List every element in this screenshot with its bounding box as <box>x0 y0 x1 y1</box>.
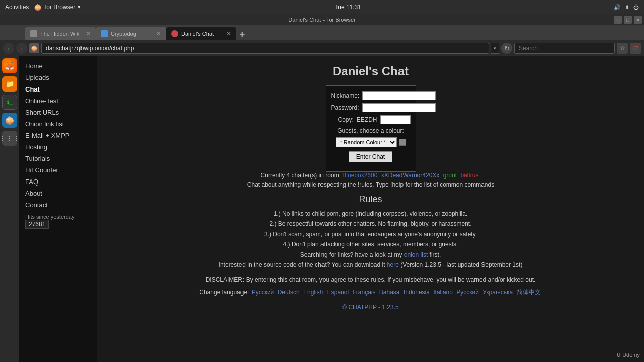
rule-3: 3.) Don't scam, spam, or post info that … <box>105 229 636 239</box>
tab-favicon-daniels-chat <box>171 30 178 37</box>
chatter-deadwarrior[interactable]: xXDeadWarrior420Xx <box>381 172 440 179</box>
power-icon[interactable]: ⏻ <box>633 4 639 10</box>
tab-cryptodog[interactable]: Cryptodog ✕ <box>96 27 166 40</box>
security-icon: 🧅 <box>29 43 39 53</box>
colour-section: Guests, choose a colour: <box>331 127 411 134</box>
sidebar-item-hit-counter[interactable]: Hit Counter <box>19 164 97 176</box>
colour-select-row: * Random Colour * <box>331 137 411 147</box>
chatter-bluebox[interactable]: Bluebox2600 <box>342 172 377 179</box>
tor-icon[interactable]: 🧅 <box>2 113 17 128</box>
tab-close-hidden-wiki[interactable]: ✕ <box>86 30 91 37</box>
browser-title: Daniel's Chat - Tor Browser <box>288 17 355 23</box>
lang-chinese[interactable]: 简体中文 <box>517 289 541 296</box>
sidebar-item-onion-link-list[interactable]: Onion link list <box>19 118 97 130</box>
tab-close-cryptodog[interactable]: ✕ <box>156 30 161 37</box>
os-sidebar: 🦊 📁 $_ 🧅 ⋮⋮⋮ <box>0 56 19 362</box>
hits-count: 27681 <box>25 220 49 229</box>
forward-button[interactable]: › <box>16 43 27 54</box>
tab-hidden-wiki[interactable]: The Hidden Wiki ✕ <box>25 27 96 40</box>
back-button[interactable]: ‹ <box>3 43 14 54</box>
sidebar-item-short-urls[interactable]: Short URLs <box>19 107 97 118</box>
chat-form-box: Nickname: Password: Copy: EEZDH Guests, … <box>326 85 416 172</box>
lang-bahasa[interactable]: Bahasa <box>379 289 400 296</box>
source-link[interactable]: here <box>387 261 399 268</box>
os-topbar-right: 🔊 ⬆ ⏻ <box>614 4 639 11</box>
apps-icon[interactable]: ⋮⋮⋮ <box>2 131 17 146</box>
colour-preview <box>399 139 406 146</box>
chat-info: Chat about anything while respecting the… <box>105 181 636 188</box>
udemy-label: Udemy <box>622 352 640 358</box>
tor-browser-label: 🧅 Tor Browser ▼ <box>34 4 82 11</box>
captcha-row: Copy: EEZDH <box>331 115 411 124</box>
sidebar-item-hosting[interactable]: Hosting <box>19 141 97 153</box>
tab-label-daniels-chat: Daniel's Chat <box>181 31 214 37</box>
shield-icon[interactable]: 🛡 <box>630 43 641 54</box>
sidebar-item-about[interactable]: About <box>19 188 97 199</box>
lang-русский2[interactable]: Русский <box>456 289 479 296</box>
lang-italiano[interactable]: Italiano <box>433 289 453 296</box>
network-icon[interactable]: ⬆ <box>625 4 629 11</box>
colour-select[interactable]: * Random Colour * <box>336 137 397 147</box>
sidebar-item-faq[interactable]: FAQ <box>19 176 97 188</box>
lang-ukrainska[interactable]: Українська <box>482 289 513 296</box>
lang-espanol[interactable]: Español <box>327 289 349 296</box>
nickname-input[interactable] <box>362 91 436 100</box>
captcha-input[interactable] <box>380 115 411 124</box>
captcha-value: EEZDH <box>357 116 377 123</box>
rules-section: Rules 1.) No links to child porn, gore (… <box>105 194 636 270</box>
password-label: Password: <box>331 104 362 111</box>
enter-chat-button[interactable]: Enter Chat <box>349 151 392 162</box>
sidebar-item-uploads[interactable]: Uploads <box>19 72 97 83</box>
lang-indonesia[interactable]: Indonesia <box>404 289 430 296</box>
search-input[interactable] <box>514 43 615 54</box>
source-line: Interested in the source code of the cha… <box>105 260 636 270</box>
onion-list-link[interactable]: onion list <box>404 251 428 258</box>
language-label: Change language: <box>199 289 249 296</box>
bookmark-star-icon[interactable]: ☆ <box>617 43 628 54</box>
firefox-icon[interactable]: 🦊 <box>2 58 17 73</box>
tab-close-daniels-chat[interactable]: ✕ <box>226 30 231 37</box>
files-icon[interactable]: 📁 <box>2 76 17 92</box>
tab-favicon-cryptodog <box>101 30 108 37</box>
search-line: Searching for links? have a look at my o… <box>105 250 636 260</box>
chevron-down-icon[interactable]: ▼ <box>77 5 82 10</box>
new-tab-button[interactable]: + <box>236 30 248 40</box>
lang-russian[interactable]: Русский <box>252 289 274 296</box>
password-input[interactable] <box>362 103 436 112</box>
lang-deutsch[interactable]: Deutsch <box>278 289 300 296</box>
copy-label: Copy: <box>331 116 357 123</box>
rule-4: 4.) Don't plan attacking other sites, se… <box>105 239 636 249</box>
sidebar-item-home[interactable]: Home <box>19 60 97 72</box>
terminal-icon[interactable]: $_ <box>2 95 17 110</box>
browser-addressbar: ‹ › 🧅 ▾ ↻ ☆ 🛡 <box>0 40 644 56</box>
tab-daniels-chat[interactable]: Daniel's Chat ✕ <box>166 27 236 40</box>
address-dropdown-button[interactable]: ▾ <box>491 43 499 54</box>
sidebar-item-tutorials[interactable]: Tutorials <box>19 153 97 164</box>
chatphp-link[interactable]: © CHATPHP - 1.23.5 <box>342 304 398 311</box>
maximize-button[interactable]: □ <box>624 16 632 24</box>
os-topbar: Activities 🧅 Tor Browser ▼ Tue 11:31 🔊 ⬆… <box>0 0 644 14</box>
language-line: Change language: Русский Deutsch English… <box>105 288 636 297</box>
browser-titlebar: Daniel's Chat - Tor Browser ─ □ ✕ <box>0 14 644 25</box>
reload-button[interactable]: ↻ <box>501 43 512 54</box>
chatters-line: Currently 4 chatter(s) in room: Bluebox2… <box>105 172 636 179</box>
activities-label[interactable]: Activities <box>5 4 29 11</box>
sidebar-item-online-test[interactable]: Online-Test <box>19 95 97 107</box>
close-button[interactable]: ✕ <box>634 16 642 24</box>
browser-chrome: Daniel's Chat - Tor Browser ─ □ ✕ The Hi… <box>0 14 644 56</box>
tab-label-hidden-wiki: The Hidden Wiki <box>40 31 81 37</box>
volume-icon[interactable]: 🔊 <box>614 4 621 11</box>
chatter-baltrus[interactable]: baltrus <box>460 172 478 179</box>
lang-francais[interactable]: Français <box>352 289 375 296</box>
lang-english[interactable]: English <box>303 289 323 296</box>
sidebar-item-email-xmpp[interactable]: E-Mail + XMPP <box>19 130 97 141</box>
disclaimer: DISCLAIMER: By entering this chat room, … <box>105 276 636 283</box>
udemy-badge: U Udemy <box>617 352 640 358</box>
sidebar-item-chat[interactable]: Chat <box>19 83 97 95</box>
chatter-groot[interactable]: groot <box>443 172 457 179</box>
minimize-button[interactable]: ─ <box>614 16 622 24</box>
hits-label: Hits since yesterday 27681 <box>25 214 91 229</box>
sidebar-item-contact[interactable]: Contact <box>19 199 97 211</box>
address-bar[interactable] <box>41 43 489 54</box>
os-topbar-left: Activities 🧅 Tor Browser ▼ <box>5 4 82 11</box>
